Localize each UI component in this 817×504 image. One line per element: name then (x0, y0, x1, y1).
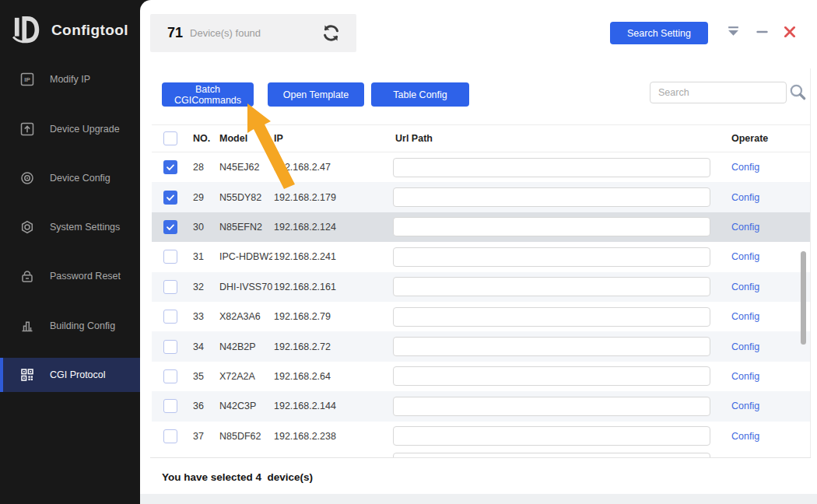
sidebar-item-label: Building Config (50, 320, 115, 331)
row-checkbox[interactable] (163, 191, 177, 205)
row-no: 33 (189, 311, 216, 322)
config-link[interactable]: Config (731, 251, 759, 262)
row-checkbox[interactable] (163, 369, 177, 383)
password-reset-icon (20, 269, 34, 283)
config-link[interactable]: Config (731, 311, 759, 322)
row-ip: 192.168.2.161 (272, 282, 389, 292)
config-link[interactable]: Config (731, 162, 759, 173)
main-area: 71 Device(s) found Search Setting (140, 0, 817, 504)
header-no: NO. (189, 133, 216, 144)
sidebar-item-device-config[interactable]: Device Config (0, 161, 140, 195)
row-ip: 192.168.2.64 (272, 371, 389, 382)
table-row: 34 N42B2P 192.168.2.72 Config (152, 331, 811, 361)
sidebar-item-modify-ip[interactable]: IPModify IP (0, 62, 140, 96)
device-table-body: 28 N45EJ62 192.168.2.47 Config 29 N55DY8… (152, 152, 811, 451)
url-path-input[interactable] (393, 217, 710, 236)
sidebar-item-device-upgrade[interactable]: Device Upgrade (0, 112, 140, 146)
system-settings-icon (20, 220, 34, 234)
minimize-to-tray-icon[interactable] (727, 26, 740, 37)
row-ip: 192.168.2.238 (272, 431, 389, 442)
sidebar-item-system-settings[interactable]: System Settings (0, 210, 140, 244)
open-template-button[interactable]: Open Template (268, 82, 364, 107)
row-no: 31 (189, 251, 216, 262)
row-no: 36 (189, 401, 216, 411)
url-path-input[interactable] (393, 366, 710, 386)
config-link[interactable]: Config (731, 431, 759, 442)
minimize-icon[interactable] (756, 28, 769, 36)
config-link[interactable]: Config (731, 401, 759, 411)
row-ip: 192.168.2.144 (272, 401, 389, 411)
row-model: N45EJ62 (216, 162, 272, 173)
config-link[interactable]: Config (731, 371, 759, 382)
config-link[interactable]: Config (731, 282, 759, 292)
vertical-scrollbar-thumb[interactable] (801, 251, 806, 345)
row-no: 29 (189, 192, 216, 203)
url-path-input[interactable] (393, 247, 710, 267)
row-no: 28 (189, 162, 216, 173)
row-checkbox[interactable] (163, 340, 177, 354)
row-ip: 192.168.2.124 (272, 222, 389, 233)
table-row: 36 N42C3P 192.168.2.144 Config (152, 391, 811, 421)
header-operate: Operate (720, 133, 811, 144)
row-model: X82A3A6 (216, 311, 272, 322)
row-model: IPC-HDBW2... (216, 251, 272, 262)
url-path-input[interactable] (393, 397, 710, 416)
sidebar-item-label: System Settings (50, 222, 120, 233)
row-ip: 192.168.2.79 (272, 311, 389, 322)
table-config-button[interactable]: Table Config (371, 82, 469, 107)
row-checkbox[interactable] (163, 220, 177, 234)
row-no: 32 (189, 282, 216, 292)
search-icon[interactable] (789, 83, 807, 101)
sidebar-item-cgi-protocol[interactable]: CGI Protocol (0, 358, 140, 392)
device-count-bar: 71 Device(s) found (150, 14, 356, 52)
modify-ip-icon: IP (20, 72, 34, 86)
row-checkbox[interactable] (163, 429, 177, 443)
config-link[interactable]: Config (731, 341, 759, 352)
app-title: Configtool (51, 22, 128, 39)
url-path-input[interactable] (393, 277, 710, 296)
url-path-input[interactable] (393, 187, 710, 207)
table-header: NO. Model IP Url Path Operate (152, 124, 811, 152)
row-model: X72A2A (216, 371, 272, 382)
table-row: 29 N55DY82 192.168.2.179 Config (152, 182, 811, 212)
refresh-icon[interactable] (321, 23, 341, 43)
search-input[interactable] (650, 82, 787, 103)
config-link[interactable]: Config (731, 192, 759, 203)
row-checkbox[interactable] (163, 399, 177, 413)
bottom-strip (140, 494, 817, 504)
header-ip: IP (272, 133, 389, 144)
cgi-protocol-icon (20, 368, 34, 382)
partial-next-row (152, 451, 811, 457)
row-model: N55DY82 (216, 192, 272, 203)
table-row: 33 X82A3A6 192.168.2.79 Config (152, 302, 811, 331)
row-no: 37 (189, 431, 216, 442)
device-upgrade-icon (20, 122, 34, 136)
sidebar-item-label: Modify IP (50, 74, 90, 85)
url-path-input[interactable] (393, 337, 710, 356)
config-link[interactable]: Config (731, 222, 759, 233)
close-icon[interactable] (784, 26, 796, 38)
sidebar-item-label: Device Upgrade (50, 124, 120, 135)
search-setting-button[interactable]: Search Setting (610, 22, 708, 44)
url-path-input[interactable] (393, 307, 710, 327)
row-checkbox[interactable] (163, 280, 177, 294)
row-checkbox[interactable] (163, 160, 177, 174)
row-no: 35 (189, 371, 216, 382)
row-checkbox[interactable] (163, 250, 177, 264)
url-path-input[interactable] (393, 158, 710, 177)
url-path-input[interactable] (393, 426, 710, 446)
table-footer-divider (150, 457, 811, 458)
sidebar-item-building-config[interactable]: Building Config (0, 309, 140, 343)
header-model: Model (216, 133, 272, 144)
row-checkbox[interactable] (163, 310, 177, 324)
row-model: N42C3P (216, 401, 272, 411)
selection-summary: You have selected 4 device(s) (162, 471, 313, 483)
row-ip: 192.168.2.72 (272, 341, 389, 352)
row-model: N42B2P (216, 341, 272, 352)
batch-cgi-commands-button[interactable]: Batch CGICommands (162, 82, 254, 107)
select-all-checkbox[interactable] (163, 131, 177, 145)
row-no: 34 (189, 341, 216, 352)
sidebar-item-password-reset[interactable]: Password Reset (0, 259, 140, 293)
row-model: N85EFN2 (216, 222, 272, 233)
table-row: 30 N85EFN2 192.168.2.124 Config (152, 212, 811, 242)
